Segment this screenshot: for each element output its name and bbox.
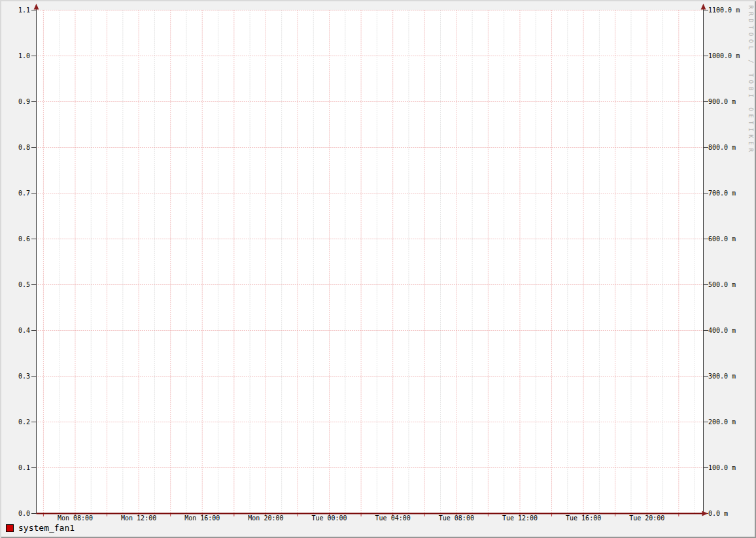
x-tick-label: Mon 12:00 xyxy=(121,514,156,522)
y-left-arrowhead xyxy=(34,4,39,10)
y-left-tick-label: 0.4 xyxy=(18,327,30,334)
y-left-tick-label: 0.9 xyxy=(18,98,30,105)
plot-canvas xyxy=(37,10,704,514)
y-right-tick-label: 100.0 m xyxy=(708,464,736,471)
x-tick-label: Tue 20:00 xyxy=(629,514,664,522)
y-axis-left-ticks xyxy=(31,10,37,514)
y-left-tick-label: 0.1 xyxy=(18,464,30,471)
y-left-tick-label: 0.2 xyxy=(18,418,30,426)
y-right-tick-label: 800.0 m xyxy=(708,144,736,151)
x-tick-label: Tue 16:00 xyxy=(566,514,601,522)
y-left-tick-label: 0.8 xyxy=(18,144,30,151)
y-right-tick-label: 400.0 m xyxy=(708,327,736,334)
y-left-tick-label: 1.1 xyxy=(18,7,30,14)
y-right-tick-label: 1100.0 m xyxy=(708,7,740,14)
y-right-tick-label: 200.0 m xyxy=(708,418,736,426)
x-tick-label: Mon 08:00 xyxy=(58,514,93,522)
y-left-tick-label: 0.3 xyxy=(18,373,30,380)
y-left-tick-label: 0.6 xyxy=(18,235,30,243)
y-right-tick-label: 1000.0 m xyxy=(708,52,740,59)
y-axis-left-labels: 1.11.00.90.80.70.60.50.40.30.20.10.0 xyxy=(18,7,30,517)
rrdtool-graph-frame: Mon 08:00Mon 12:00Mon 16:00Mon 20:00Tue … xyxy=(0,0,756,538)
x-tick-label: Tue 04:00 xyxy=(375,514,411,522)
y-axis-right-ticks xyxy=(704,10,709,514)
x-arrowhead xyxy=(702,511,708,516)
rrdtool-watermark: RRDTOOL / TOBI OETIKER xyxy=(747,5,754,155)
x-tick-label: Mon 16:00 xyxy=(184,514,220,522)
y-right-arrowhead xyxy=(701,4,706,10)
x-tick-label: Mon 20:00 xyxy=(248,514,283,522)
y-axis-right-labels: 1100.0 m1000.0 m900.0 m800.0 m700.0 m600… xyxy=(708,7,740,517)
legend-swatch-system_fan1 xyxy=(6,524,14,532)
y-right-tick-label: 600.0 m xyxy=(708,235,736,243)
y-left-tick-label: 0.7 xyxy=(18,190,30,197)
y-left-tick-label: 1.0 xyxy=(18,52,30,59)
legend-label-system_fan1: system_fan1 xyxy=(18,524,75,533)
y-left-tick-label: 0.5 xyxy=(18,281,30,288)
y-right-tick-label: 700.0 m xyxy=(708,190,736,197)
y-right-tick-label: 500.0 m xyxy=(708,281,736,288)
y-right-tick-label: 300.0 m xyxy=(708,373,736,380)
x-tick-label: Tue 08:00 xyxy=(439,514,474,522)
y-right-tick-label: 0.0 m xyxy=(708,510,728,517)
x-tick-label: Tue 00:00 xyxy=(311,514,347,522)
x-tick-label: Tue 12:00 xyxy=(502,514,538,522)
y-left-tick-label: 0.0 xyxy=(18,510,30,517)
y-right-tick-label: 900.0 m xyxy=(708,98,736,105)
chart-canvas: Mon 08:00Mon 12:00Mon 16:00Mon 20:00Tue … xyxy=(0,0,756,523)
legend: system_fan1 xyxy=(6,524,75,533)
